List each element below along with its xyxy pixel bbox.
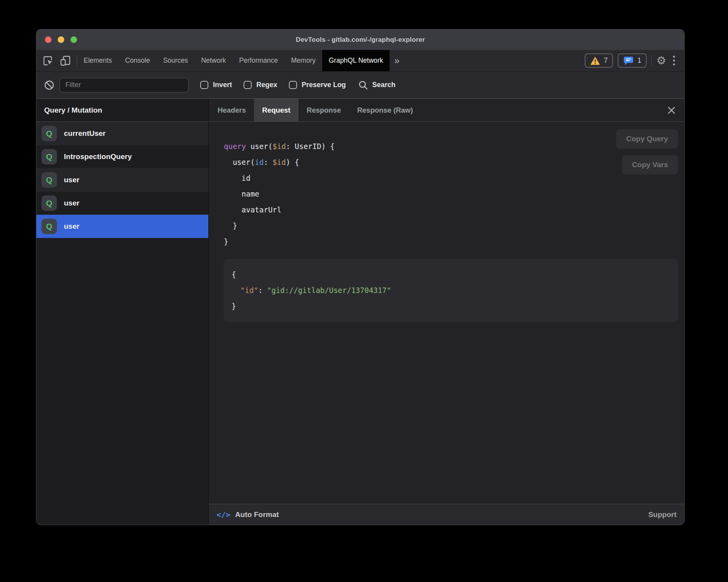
inspect-element-icon[interactable] [42, 55, 54, 67]
query-type-badge: Q [41, 219, 57, 234]
detail-tab-response[interactable]: Response [299, 99, 349, 122]
warning-count: 7 [604, 56, 608, 65]
preserve-log-checkbox[interactable] [289, 81, 297, 89]
invert-checkbox[interactable] [200, 81, 208, 89]
list-item-introspectionquery[interactable]: Q IntrospectionQuery [36, 145, 208, 168]
detail-tab-headers[interactable]: Headers [209, 99, 254, 122]
filter-input[interactable] [60, 78, 189, 92]
tab-performance[interactable]: Performance [233, 50, 285, 71]
tab-console[interactable]: Console [118, 50, 156, 71]
devtools-tab-strip: Elements Console Sources Network Perform… [36, 50, 684, 72]
tab-memory[interactable]: Memory [285, 50, 322, 71]
close-window-button[interactable] [45, 36, 52, 43]
copy-vars-button[interactable]: Copy Vars [622, 155, 678, 175]
window-title: DevTools - gitlab.com/-/graphql-explorer [296, 36, 425, 44]
request-detail-panel: Headers Request Response Response (Raw) … [209, 99, 684, 525]
warnings-badge[interactable]: 7 [585, 53, 613, 68]
issues-badge[interactable]: 1 [618, 53, 647, 68]
regex-label: Regex [256, 81, 277, 89]
regex-checkbox[interactable] [244, 81, 252, 89]
traffic-lights [45, 29, 77, 50]
device-toolbar-icon[interactable] [60, 55, 71, 67]
title-bar: DevTools - gitlab.com/-/graphql-explorer [36, 29, 684, 50]
search-icon [358, 80, 368, 90]
list-item-user-2[interactable]: Q user [36, 192, 208, 215]
devtools-window: DevTools - gitlab.com/-/graphql-explorer… [36, 29, 685, 525]
search-control[interactable]: Search [358, 80, 395, 90]
status-bar: </> Auto Format Support [209, 504, 684, 525]
list-item-user-1[interactable]: Q user [36, 168, 208, 192]
graphql-variables-code: { "id": "gid://gitlab/User/13704317"} [232, 267, 671, 314]
copy-query-button[interactable]: Copy Query [616, 129, 678, 149]
more-tabs-chevron[interactable]: » [390, 50, 404, 71]
list-item-user-3-selected[interactable]: Q user [36, 215, 208, 238]
tab-sources[interactable]: Sources [156, 50, 194, 71]
query-type-badge: Q [41, 195, 57, 211]
detail-tab-response-raw[interactable]: Response (Raw) [349, 99, 421, 122]
minimize-window-button[interactable] [58, 36, 64, 43]
warning-icon [590, 56, 600, 65]
support-link[interactable]: Support [648, 510, 676, 519]
issues-count: 1 [637, 56, 641, 65]
message-bubble-icon [623, 56, 634, 66]
filter-bar: Invert Regex Preserve Log Search [36, 72, 684, 99]
kebab-menu-icon[interactable] [671, 54, 677, 67]
close-detail-icon[interactable] [665, 104, 678, 117]
graphql-query-code: query user($id: UserID) { user(id: $id) … [224, 139, 678, 250]
query-list-header: Query / Mutation [36, 99, 208, 122]
code-brackets-icon[interactable]: </> [216, 510, 230, 519]
tab-elements[interactable]: Elements [77, 50, 118, 71]
toolbar-separator [651, 55, 652, 66]
settings-gear-icon[interactable]: ⚙ [656, 55, 666, 66]
request-body: query user($id: UserID) { user(id: $id) … [209, 122, 684, 504]
query-type-badge: Q [41, 126, 57, 141]
tab-network[interactable]: Network [194, 50, 232, 71]
search-label: Search [372, 81, 395, 89]
block-requests-icon[interactable] [44, 80, 55, 91]
list-item-currentuser[interactable]: Q currentUser [36, 122, 208, 145]
graphql-variables-box: { "id": "gid://gitlab/User/13704317"} [224, 259, 678, 322]
invert-label: Invert [213, 81, 232, 89]
preserve-log-label: Preserve Log [302, 81, 346, 89]
auto-format-button[interactable]: Auto Format [235, 510, 279, 519]
tab-graphql-network[interactable]: GraphQL Network [322, 50, 390, 71]
detail-tab-request[interactable]: Request [254, 99, 299, 122]
query-list-panel: Query / Mutation Q currentUser Q Introsp… [36, 99, 209, 525]
query-type-badge: Q [41, 149, 57, 164]
zoom-window-button[interactable] [70, 36, 77, 43]
detail-tab-strip: Headers Request Response Response (Raw) [209, 99, 684, 122]
query-type-badge: Q [41, 172, 57, 188]
